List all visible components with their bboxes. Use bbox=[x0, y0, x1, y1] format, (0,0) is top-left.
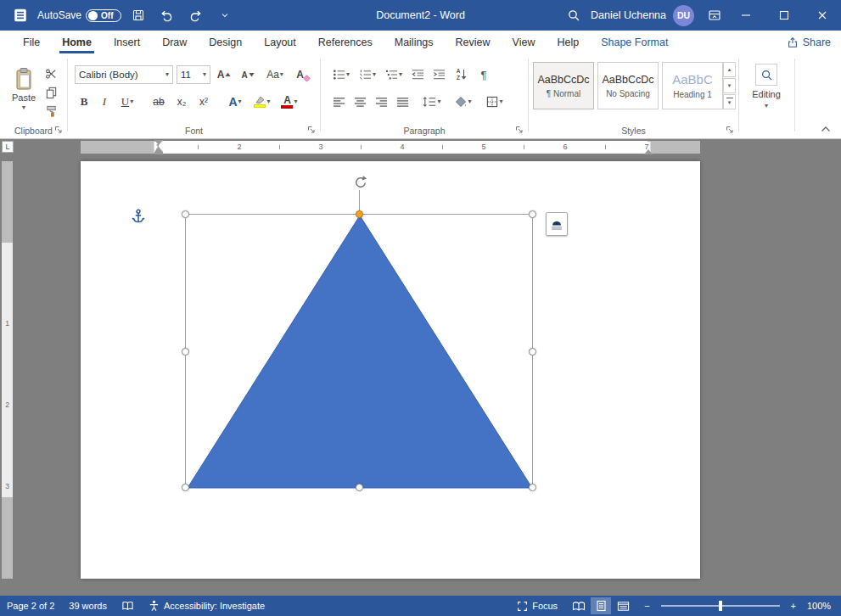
minimize-button[interactable] bbox=[726, 0, 765, 31]
justify-button[interactable] bbox=[393, 92, 412, 112]
resize-handle-nw[interactable] bbox=[182, 210, 189, 218]
editing-button[interactable]: Editing ▾ bbox=[749, 60, 783, 113]
search-icon[interactable] bbox=[562, 3, 586, 27]
underline-button[interactable]: U ▾ bbox=[115, 92, 139, 112]
paragraph-dialog-launcher[interactable] bbox=[514, 125, 524, 135]
strikethrough-button[interactable]: ab bbox=[148, 92, 170, 112]
style-no-spacing[interactable]: AaBbCcDc No Spacing bbox=[597, 62, 659, 109]
paste-button[interactable]: Paste ▾ bbox=[5, 60, 42, 118]
styles-dialog-launcher[interactable] bbox=[725, 125, 735, 135]
decrease-indent-button[interactable] bbox=[408, 64, 427, 85]
text-effects-button[interactable]: A ▾ bbox=[222, 92, 248, 112]
italic-button[interactable]: I bbox=[95, 92, 114, 112]
document-page[interactable] bbox=[81, 161, 700, 579]
tab-view[interactable]: View bbox=[502, 31, 547, 53]
vertical-ruler[interactable]: 1 2 3 bbox=[2, 161, 13, 579]
customize-toolbar-chevron-icon[interactable] bbox=[213, 3, 237, 27]
style-normal[interactable]: AaBbCcDc ¶ Normal bbox=[533, 62, 594, 109]
autosave-toggle[interactable]: AutoSave Off bbox=[37, 9, 121, 22]
maximize-button[interactable] bbox=[765, 0, 803, 31]
close-button[interactable] bbox=[803, 0, 841, 31]
resize-handle-s[interactable] bbox=[356, 484, 363, 491]
numbering-button[interactable]: ▾ bbox=[356, 64, 379, 85]
sort-button[interactable]: A Z bbox=[451, 64, 473, 85]
word-count[interactable]: 39 words bbox=[69, 601, 107, 611]
ribbon-display-options-icon[interactable] bbox=[703, 3, 726, 27]
print-layout-button[interactable] bbox=[591, 597, 611, 614]
zoom-out-button[interactable]: − bbox=[644, 601, 649, 611]
word-app-icon[interactable] bbox=[8, 3, 32, 27]
align-center-button[interactable] bbox=[350, 92, 369, 112]
resize-handle-e[interactable] bbox=[529, 348, 536, 356]
styles-more-button[interactable]: ▾ bbox=[723, 94, 736, 109]
proofing-errors-button[interactable] bbox=[121, 600, 134, 612]
focus-mode-button[interactable]: Focus bbox=[517, 601, 558, 612]
first-line-indent-marker[interactable] bbox=[154, 140, 163, 145]
left-indent-marker[interactable] bbox=[154, 152, 163, 154]
resize-handle-sw[interactable] bbox=[182, 484, 189, 491]
style-heading-1[interactable]: AaBbC Heading 1 bbox=[662, 62, 723, 109]
borders-button[interactable]: ▾ bbox=[482, 92, 507, 112]
grow-font-button[interactable]: A bbox=[214, 64, 234, 85]
user-name[interactable]: Daniel Uchenna bbox=[591, 9, 666, 21]
accessibility-button[interactable]: Accessibility: Investigate bbox=[149, 600, 265, 612]
zoom-slider[interactable] bbox=[661, 597, 780, 614]
zoom-level[interactable]: 100% bbox=[807, 601, 834, 611]
web-layout-button[interactable] bbox=[613, 597, 633, 614]
font-dialog-launcher[interactable] bbox=[306, 125, 317, 135]
resize-handle-ne[interactable] bbox=[529, 210, 536, 218]
tab-design[interactable]: Design bbox=[198, 31, 253, 53]
undo-button[interactable] bbox=[155, 3, 179, 27]
tab-help[interactable]: Help bbox=[546, 31, 590, 53]
adjustment-handle-top[interactable] bbox=[356, 210, 363, 218]
horizontal-ruler[interactable]: 1 2 3 4 5 6 7 bbox=[81, 141, 700, 154]
tab-draw[interactable]: Draw bbox=[151, 31, 198, 53]
rotate-handle[interactable] bbox=[352, 175, 367, 190]
read-mode-button[interactable] bbox=[569, 597, 589, 614]
font-color-button[interactable]: A ▾ bbox=[277, 92, 302, 112]
page-indicator[interactable]: Page 2 of 2 bbox=[7, 601, 54, 611]
superscript-button[interactable]: x² bbox=[193, 92, 214, 112]
highlight-color-button[interactable]: ▾ bbox=[249, 92, 275, 112]
clipboard-dialog-launcher[interactable] bbox=[53, 125, 64, 135]
align-right-button[interactable] bbox=[372, 92, 390, 112]
font-family-combo[interactable]: Calibri (Body) ▾ bbox=[75, 65, 173, 84]
styles-scroll-up-button[interactable]: ▴ bbox=[723, 62, 736, 77]
tab-home[interactable]: Home bbox=[51, 31, 103, 53]
multilevel-list-button[interactable]: ▾ bbox=[382, 64, 406, 85]
save-button[interactable] bbox=[126, 3, 150, 27]
clear-formatting-button[interactable]: A bbox=[292, 64, 316, 85]
show-formatting-marks-button[interactable]: ¶ bbox=[475, 64, 492, 85]
tab-mailings[interactable]: Mailings bbox=[384, 31, 445, 53]
shrink-font-button[interactable]: A bbox=[238, 64, 258, 85]
font-size-combo[interactable]: 11 ▾ bbox=[177, 65, 210, 84]
shading-button[interactable]: ▾ bbox=[451, 92, 476, 112]
anchor-icon[interactable] bbox=[132, 208, 145, 225]
tab-review[interactable]: Review bbox=[445, 31, 502, 53]
layout-options-button[interactable] bbox=[546, 212, 568, 236]
tab-shape-format[interactable]: Shape Format bbox=[590, 31, 679, 53]
copy-button[interactable] bbox=[41, 84, 61, 99]
triangle-shape[interactable] bbox=[185, 214, 535, 490]
increase-indent-button[interactable] bbox=[429, 64, 448, 85]
styles-scroll-down-button[interactable]: ▾ bbox=[723, 78, 736, 93]
tab-references[interactable]: References bbox=[307, 31, 384, 53]
avatar[interactable]: DU bbox=[673, 5, 694, 26]
shape-selection-box[interactable] bbox=[185, 214, 533, 488]
right-indent-marker[interactable] bbox=[644, 149, 653, 154]
bullets-button[interactable]: ▾ bbox=[329, 64, 353, 85]
subscript-button[interactable]: x₂ bbox=[171, 92, 192, 112]
resize-handle-se[interactable] bbox=[529, 484, 536, 491]
zoom-in-button[interactable]: + bbox=[791, 601, 796, 611]
change-case-button[interactable]: Aa ▾ bbox=[261, 64, 289, 85]
bold-button[interactable]: B bbox=[75, 92, 93, 112]
resize-handle-w[interactable] bbox=[182, 348, 189, 356]
format-painter-button[interactable] bbox=[41, 103, 61, 118]
collapse-ribbon-button[interactable] bbox=[817, 122, 834, 135]
cut-button[interactable] bbox=[41, 65, 61, 81]
redo-button[interactable] bbox=[184, 3, 208, 27]
tab-stop-selector[interactable]: L bbox=[2, 141, 14, 153]
align-left-button[interactable] bbox=[329, 92, 348, 112]
zoom-slider-thumb[interactable] bbox=[719, 601, 722, 611]
line-spacing-button[interactable]: ▾ bbox=[419, 92, 445, 112]
